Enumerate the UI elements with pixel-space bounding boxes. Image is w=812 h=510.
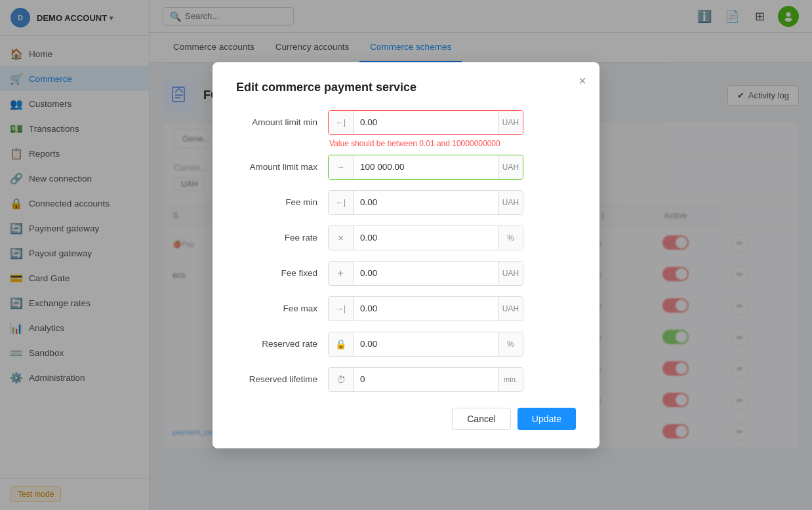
reserved-rate-suffix: %: [498, 332, 523, 356]
fee-fixed-input[interactable]: [354, 262, 498, 285]
fee-min-label: Fee min: [236, 197, 328, 207]
reserved-rate-prefix-icon: 🔒: [329, 332, 354, 356]
reserved-lifetime-prefix-icon: ⏱: [329, 368, 354, 391]
reserved-lifetime-input-group: ⏱ min.: [328, 367, 523, 392]
reserved-lifetime-label: Reserved lifetime: [236, 374, 328, 384]
reserved-rate-input[interactable]: [354, 332, 498, 356]
form-row-fee-fixed: Fee fixed + UAH: [236, 261, 576, 286]
fee-max-input[interactable]: [354, 297, 498, 321]
amount-limit-max-label: Amount limit max: [236, 162, 328, 172]
modal-close-button[interactable]: ×: [579, 74, 586, 87]
fee-fixed-prefix-icon: +: [329, 262, 354, 285]
amount-limit-max-input-group: → UAH: [328, 155, 523, 180]
reserved-rate-input-group: 🔒 %: [328, 332, 523, 357]
update-button[interactable]: Update: [518, 408, 576, 430]
fee-rate-input-group: × %: [328, 226, 523, 250]
fee-max-input-group: →| UAH: [328, 296, 523, 321]
modal-overlay: × Edit commerce payment service Amount l…: [0, 0, 812, 510]
amount-limit-min-prefix-icon: ←|: [329, 111, 354, 134]
amount-limit-min-input-group: ←| UAH: [328, 110, 523, 135]
amount-limit-max-prefix-icon: →: [329, 155, 354, 179]
form-row-fee-max: Fee max →| UAH: [236, 296, 576, 321]
form-row-amount-limit-max: Amount limit max → UAH: [236, 155, 576, 180]
form-row-reserved-rate: Reserved rate 🔒 %: [236, 332, 576, 357]
amount-limit-min-suffix: UAH: [498, 111, 523, 134]
fee-max-prefix-icon: →|: [329, 297, 354, 321]
fee-min-prefix-icon: ←|: [329, 191, 354, 214]
fee-min-input[interactable]: [354, 191, 498, 214]
reserved-rate-label: Reserved rate: [236, 339, 328, 349]
amount-limit-max-input[interactable]: [354, 155, 498, 179]
fee-fixed-input-group: + UAH: [328, 261, 523, 286]
reserved-lifetime-suffix: min.: [498, 368, 523, 391]
edit-modal: × Edit commerce payment service Amount l…: [213, 62, 599, 448]
fee-fixed-suffix: UAH: [498, 262, 523, 285]
amount-limit-max-suffix: UAH: [498, 155, 523, 179]
form-row-fee-rate: Fee rate × %: [236, 226, 576, 250]
modal-actions: Cancel Update: [236, 408, 576, 430]
amount-limit-min-label: Amount limit min: [236, 117, 328, 127]
amount-limit-min-input[interactable]: [354, 111, 498, 134]
cancel-button[interactable]: Cancel: [452, 408, 511, 430]
fee-min-input-group: ←| UAH: [328, 190, 523, 215]
fee-rate-input[interactable]: [354, 226, 498, 250]
modal-title: Edit commerce payment service: [236, 81, 576, 94]
fee-fixed-label: Fee fixed: [236, 268, 328, 278]
fee-max-label: Fee max: [236, 304, 328, 313]
form-row-amount-limit-min: Amount limit min ←| UAH: [236, 110, 576, 135]
amount-limit-min-error: Value should be between 0.01 and 1000000…: [329, 139, 576, 148]
form-row-fee-min: Fee min ←| UAH: [236, 190, 576, 215]
fee-rate-label: Fee rate: [236, 233, 328, 243]
reserved-lifetime-input[interactable]: [354, 368, 498, 391]
fee-rate-prefix-icon: ×: [329, 226, 354, 250]
fee-min-suffix: UAH: [498, 191, 523, 214]
fee-rate-suffix: %: [498, 226, 523, 250]
fee-max-suffix: UAH: [498, 297, 523, 321]
form-row-reserved-lifetime: Reserved lifetime ⏱ min.: [236, 367, 576, 392]
